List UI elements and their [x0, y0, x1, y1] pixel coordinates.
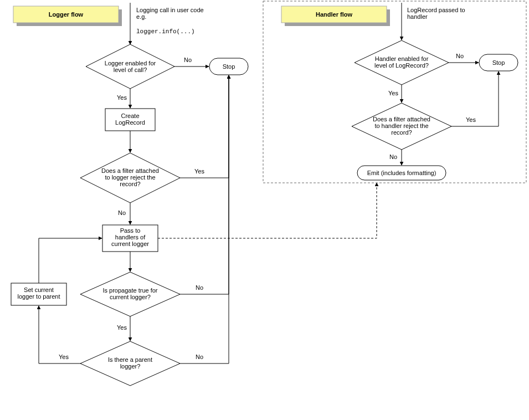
svg-text:Stop: Stop — [492, 59, 505, 66]
handler-title-text: Handler flow — [316, 11, 352, 18]
logger-title: Logger flow — [13, 6, 122, 26]
svg-text:Stop: Stop — [223, 63, 235, 70]
logger-decision-propagate: Is propagate true forcurrent logger? — [80, 272, 180, 316]
logger-pass-handlers: Pass tohandlers ofcurrent logger — [102, 225, 158, 252]
svg-text:No: No — [196, 354, 203, 360]
svg-text:Yes: Yes — [194, 168, 204, 175]
svg-text:LogRecord passed tohandler: LogRecord passed tohandler — [407, 7, 465, 20]
handler-decision-filter: Does a filter attachedto handler reject … — [352, 103, 451, 150]
logger-decision-filter: Does a filter attachedto logger reject t… — [80, 153, 180, 203]
svg-text:Emit (includes formatting): Emit (includes formatting) — [367, 170, 436, 176]
logger-start: Logging call in user codee.g. logger.inf… — [136, 7, 204, 35]
svg-text:Yes: Yes — [117, 94, 127, 101]
logger-set-parent: Set currentlogger to parent — [11, 283, 66, 305]
handler-stop: Stop — [479, 54, 518, 71]
svg-text:No: No — [118, 209, 126, 216]
logger-title-text: Logger flow — [49, 11, 84, 18]
svg-text:Yes: Yes — [59, 354, 69, 360]
svg-text:No: No — [184, 57, 192, 63]
svg-text:Logging call in user codee.g.: Logging call in user codee.g. — [136, 7, 204, 20]
svg-text:Handler enabled forlevel of Lo: Handler enabled forlevel of LogRecord? — [374, 55, 429, 69]
logger-create-record: CreateLogRecord — [105, 109, 155, 131]
logger-decision-enabled: Logger enabled forlevel of call? — [86, 44, 174, 89]
svg-text:No: No — [389, 153, 397, 160]
svg-text:Yes: Yes — [117, 324, 127, 331]
svg-text:Yes: Yes — [388, 90, 398, 96]
handler-emit: Emit (includes formatting) — [357, 166, 446, 180]
svg-text:Yes: Yes — [466, 116, 476, 123]
svg-text:No: No — [456, 53, 464, 59]
flow-diagram: Logger flow Logging call in user codee.g… — [0, 0, 529, 420]
svg-text:No: No — [196, 284, 203, 291]
handler-title: Handler flow — [281, 6, 390, 26]
handler-decision-enabled: Handler enabled forlevel of LogRecord? — [355, 40, 449, 85]
handler-start: LogRecord passed tohandler — [407, 7, 465, 20]
svg-text:logger.info(...): logger.info(...) — [136, 28, 195, 35]
svg-text:Is propagate true forcurrent l: Is propagate true forcurrent logger? — [102, 287, 157, 300]
logger-stop: Stop — [209, 58, 248, 75]
logger-decision-parent: Is there a parentlogger? — [80, 341, 180, 386]
